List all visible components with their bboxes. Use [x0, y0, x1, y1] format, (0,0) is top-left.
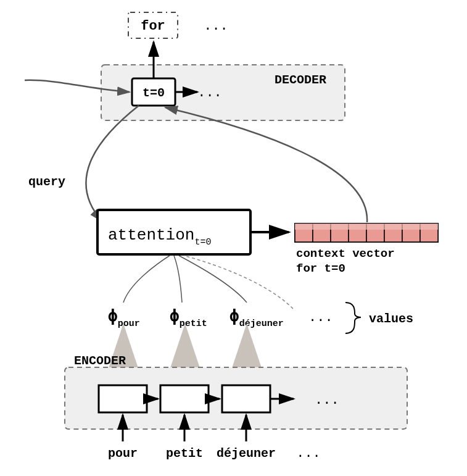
attention-diagram: for ... DECODER t=0 ... query attentiont…: [0, 0, 467, 476]
decoder-step-ellipsis: ...: [197, 85, 222, 101]
decoder-label: DECODER: [275, 73, 326, 87]
svg-rect-9: [295, 223, 438, 230]
arrow-query: [86, 106, 139, 221]
context-vector-label-1: context vector: [296, 247, 395, 261]
decoder-output-word: for: [141, 19, 165, 34]
arrow-context-to-decoder: [165, 107, 367, 222]
encoder-word-3: déjeuner: [217, 446, 276, 461]
svg-text:...: ...: [308, 310, 333, 325]
phi-row: ϕpour ϕpetit ϕdéjeuner ...: [108, 307, 333, 329]
curve-phi-3: [179, 256, 247, 303]
encoder-ellipsis: ...: [315, 393, 339, 408]
context-vector-label-2: for t=0: [296, 262, 345, 275]
context-vector: [295, 223, 438, 242]
curve-phi-2: [174, 256, 182, 303]
encoder-word-2: petit: [166, 446, 203, 461]
encoder-label: ENCODER: [74, 354, 126, 368]
svg-text:ϕpetit: ϕpetit: [170, 307, 207, 329]
encoder-cell-3: [222, 385, 270, 412]
encoder-cell-1: [99, 385, 147, 412]
svg-text:ϕpour: ϕpour: [108, 307, 140, 329]
encoder-cell-2: [160, 385, 209, 412]
decoder-output-ellipsis: ...: [204, 19, 228, 34]
curve-phi-ellipsis: [184, 256, 293, 309]
values-brace: [345, 303, 361, 333]
svg-text:ϕdéjeuner: ϕdéjeuner: [229, 307, 284, 329]
query-label: query: [28, 175, 65, 189]
encoder-word-ellipsis: ...: [296, 446, 321, 461]
encoder-word-1: pour: [108, 446, 138, 461]
decoder-step-label: t=0: [143, 86, 165, 100]
values-label: values: [369, 312, 413, 326]
curve-phi-1: [123, 256, 170, 303]
